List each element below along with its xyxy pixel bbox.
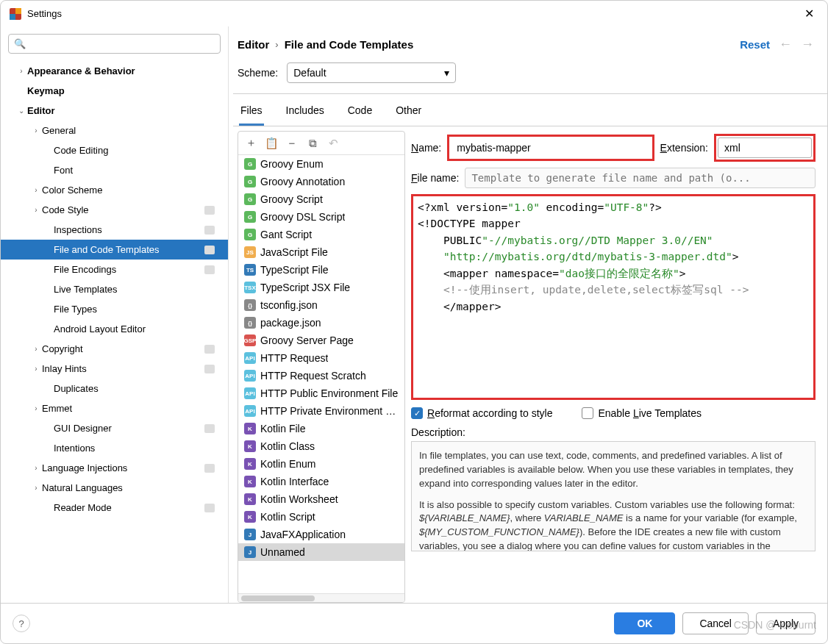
search-input[interactable] — [8, 34, 221, 54]
template-item[interactable]: {}package.json — [238, 314, 404, 332]
template-item[interactable]: GGroovy Enum — [238, 155, 404, 173]
tree-item-duplicates[interactable]: Duplicates — [1, 379, 228, 398]
breadcrumb-editor[interactable]: Editor — [238, 38, 269, 51]
tree-item-inlay-hints[interactable]: ›Inlay Hints — [1, 359, 228, 379]
tree-item-language-injections[interactable]: ›Language Injections — [1, 458, 228, 478]
copy-template-button[interactable]: 📋 — [265, 137, 278, 150]
app-icon — [10, 8, 21, 20]
tree-item-editor[interactable]: ⌄Editor — [1, 101, 228, 121]
tree-item-font[interactable]: Font — [1, 160, 228, 180]
template-label: Groovy Enum — [260, 158, 324, 170]
forward-icon[interactable]: → — [801, 37, 814, 52]
tree-label: Appearance & Behavior — [27, 65, 222, 76]
close-icon[interactable]: ✕ — [800, 7, 818, 21]
template-item[interactable]: GGroovy Script — [238, 190, 404, 208]
template-list[interactable]: GGroovy EnumGGroovy AnnotationGGroovy Sc… — [238, 155, 404, 593]
cancel-button[interactable]: Cancel — [682, 612, 749, 634]
extension-highlight-box — [714, 134, 815, 162]
tree-item-natural-languages[interactable]: ›Natural Languages — [1, 478, 228, 498]
copy-button[interactable]: ⧉ — [306, 137, 319, 150]
template-item[interactable]: GSPGroovy Server Page — [238, 332, 404, 349]
template-item[interactable]: APIHTTP Request — [238, 349, 404, 367]
ok-button[interactable]: OK — [614, 612, 675, 634]
scheme-value: Default — [293, 67, 326, 79]
tree-item-file-and-code-templates[interactable]: File and Code Templates — [1, 240, 228, 260]
tree-item-intentions[interactable]: Intentions — [1, 438, 228, 458]
filename-input[interactable] — [465, 168, 815, 188]
horizontal-scrollbar[interactable] — [238, 593, 404, 602]
settings-tree[interactable]: ›Appearance & BehaviorKeymap⌄Editor›Gene… — [1, 58, 228, 603]
tree-item-color-scheme[interactable]: ›Color Scheme — [1, 180, 228, 200]
tree-label: Android Layout Editor — [54, 323, 222, 334]
file-type-icon: API — [244, 405, 256, 417]
tree-item-general[interactable]: ›General — [1, 121, 228, 140]
tree-item-live-templates[interactable]: Live Templates — [1, 279, 228, 299]
chevron-icon: › — [30, 484, 42, 492]
tab-includes[interactable]: Includes — [285, 97, 326, 126]
extension-input[interactable] — [718, 137, 812, 158]
template-item[interactable]: GGroovy Annotation — [238, 173, 404, 190]
file-type-icon: GSP — [244, 334, 256, 346]
file-type-icon: API — [244, 370, 256, 382]
reformat-checkbox[interactable]: ✓ Reformat according to style — [411, 407, 552, 419]
tree-item-inspections[interactable]: Inspections — [1, 220, 228, 240]
help-button[interactable]: ? — [13, 615, 30, 632]
template-item[interactable]: KKotlin Interface — [238, 473, 404, 490]
template-item[interactable]: KKotlin Script — [238, 508, 404, 526]
file-type-icon: G — [244, 211, 256, 223]
template-code-editor[interactable]: <?xml version="1.0" encoding="UTF-8"?> <… — [411, 194, 815, 400]
filename-label: File name: — [411, 172, 459, 184]
tree-item-appearance-behavior[interactable]: ›Appearance & Behavior — [1, 61, 228, 81]
tree-item-file-encodings[interactable]: File Encodings — [1, 260, 228, 279]
template-item[interactable]: JSJavaScript File — [238, 243, 404, 261]
live-templates-checkbox[interactable]: Enable Live Templates — [582, 407, 702, 419]
template-item[interactable]: TSTypeScript File — [238, 261, 404, 279]
tree-item-android-layout-editor[interactable]: Android Layout Editor — [1, 319, 228, 339]
add-button[interactable]: ＋ — [244, 136, 257, 150]
back-icon[interactable]: ← — [779, 37, 792, 52]
chevron-right-icon: › — [275, 39, 278, 50]
template-item[interactable]: APIHTTP Request Scratch — [238, 367, 404, 384]
file-type-icon: K — [244, 493, 256, 505]
template-item[interactable]: KKotlin File — [238, 420, 404, 437]
remove-button[interactable]: − — [285, 137, 299, 149]
chevron-icon: › — [15, 67, 27, 75]
template-item[interactable]: KKotlin Class — [238, 437, 404, 455]
template-item[interactable]: APIHTTP Public Environment File — [238, 384, 404, 402]
template-item[interactable]: JUnnamed — [238, 543, 404, 561]
tree-item-code-style[interactable]: ›Code Style — [1, 200, 228, 220]
tree-item-emmet[interactable]: ›Emmet — [1, 398, 228, 418]
tab-other[interactable]: Other — [394, 97, 423, 126]
tree-item-code-editing[interactable]: Code Editing — [1, 140, 228, 160]
template-label: Groovy Script — [260, 193, 323, 205]
template-label: Kotlin Interface — [260, 476, 329, 487]
svg-rect-1 — [15, 8, 21, 14]
scope-badge-icon — [204, 504, 215, 512]
tree-item-reader-mode[interactable]: Reader Mode — [1, 498, 228, 518]
template-item[interactable]: KKotlin Enum — [238, 455, 404, 473]
revert-button: ↶ — [326, 137, 340, 150]
template-item[interactable]: {}tsconfig.json — [238, 296, 404, 314]
template-item[interactable]: JJavaFXApplication — [238, 526, 404, 543]
apply-button[interactable]: Apply — [756, 612, 815, 634]
template-item[interactable]: KKotlin Worksheet — [238, 490, 404, 508]
chevron-icon: › — [30, 365, 42, 373]
template-label: TypeScript JSX File — [260, 282, 350, 293]
tab-code[interactable]: Code — [346, 97, 374, 126]
tree-label: Emmet — [42, 403, 222, 414]
file-type-icon: J — [244, 546, 256, 558]
tab-files[interactable]: Files — [239, 97, 264, 126]
tree-label: Natural Languages — [42, 482, 222, 493]
template-item[interactable]: APIHTTP Private Environment File — [238, 402, 404, 420]
name-input[interactable] — [451, 138, 650, 157]
tree-item-gui-designer[interactable]: GUI Designer — [1, 418, 228, 438]
reset-link[interactable]: Reset — [740, 38, 770, 51]
template-item[interactable]: GGant Script — [238, 226, 404, 243]
template-label: TypeScript File — [260, 264, 329, 276]
tree-item-copyright[interactable]: ›Copyright — [1, 339, 228, 359]
tree-item-keymap[interactable]: Keymap — [1, 81, 228, 101]
template-item[interactable]: GGroovy DSL Script — [238, 208, 404, 226]
scheme-select[interactable]: Default ▾ — [287, 62, 456, 83]
template-item[interactable]: TSXTypeScript JSX File — [238, 279, 404, 296]
tree-item-file-types[interactable]: File Types — [1, 299, 228, 319]
